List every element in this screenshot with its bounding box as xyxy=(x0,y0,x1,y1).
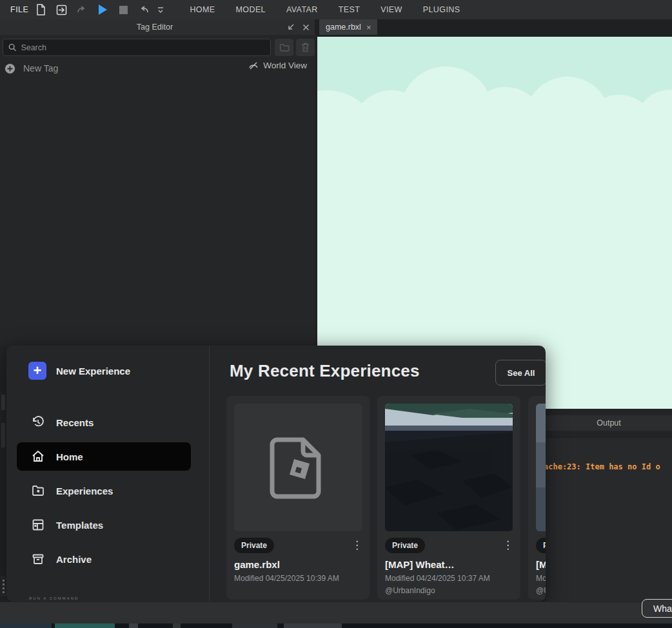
map-thumbnail-art xyxy=(385,404,513,531)
sidebar-item-label: Recents xyxy=(56,417,94,428)
world-view-label: World View xyxy=(263,61,307,70)
new-tag-label: New Tag xyxy=(23,63,58,74)
card-menu-icon[interactable]: ⋮ xyxy=(351,542,362,548)
sidebar-item-archive[interactable]: Archive xyxy=(17,545,191,573)
card-thumbnail xyxy=(234,404,362,531)
modal-main: My Recent Experiences See All Private ⋮ … xyxy=(210,346,546,602)
home-icon xyxy=(31,449,45,464)
start-page-modal: + New Experience Recents Home Experience… xyxy=(6,346,546,602)
privacy-badge: Private xyxy=(234,538,274,553)
new-file-icon[interactable] xyxy=(32,3,49,17)
card-creator: @UrbanIndigo xyxy=(385,586,513,595)
world-view-toggle[interactable]: World View xyxy=(248,61,307,70)
modal-sidebar: + New Experience Recents Home Experience… xyxy=(6,346,210,602)
tag-editor-title: Tag Editor xyxy=(0,23,284,32)
tab-close-icon[interactable]: × xyxy=(366,23,371,32)
card-thumbnail xyxy=(536,404,546,531)
sidebar-item-label: Archive xyxy=(56,554,92,565)
close-panel-icon[interactable] xyxy=(299,21,312,33)
trash-icon xyxy=(301,43,310,52)
see-all-button[interactable]: See All xyxy=(495,360,546,386)
card-modified: Modified 04/24/2025 10:37 AM xyxy=(385,574,513,583)
experience-card-partial[interactable]: Pr [M Mo @U xyxy=(528,396,546,600)
plus-circle-icon xyxy=(5,63,15,74)
archive-box-icon xyxy=(31,552,45,566)
card-thumbnail xyxy=(385,404,513,531)
tag-editor-header: Tag Editor xyxy=(0,19,315,35)
folder-icon xyxy=(279,43,290,52)
search-icon xyxy=(8,43,16,52)
templates-icon xyxy=(31,518,45,532)
tab-model[interactable]: MODEL xyxy=(236,5,266,14)
output-panel: Output ache:23: Item has no Id o xyxy=(546,409,672,602)
file-menu[interactable]: FILE xyxy=(10,5,28,14)
sidebar-item-home[interactable]: Home xyxy=(17,442,191,471)
left-edge-strip xyxy=(0,346,6,602)
history-icon xyxy=(31,415,45,429)
menu-bar: FILE HOME MODEL AVATAR TEST VIEW PLUGINS xyxy=(0,0,672,19)
experiences-folder-icon xyxy=(31,484,45,498)
stop-icon[interactable] xyxy=(115,3,132,17)
output-panel-title[interactable]: Output xyxy=(546,415,672,431)
undo-icon[interactable] xyxy=(135,3,152,17)
tab-avatar[interactable]: AVATAR xyxy=(286,5,318,14)
redo-icon[interactable] xyxy=(74,3,90,17)
roblox-file-icon xyxy=(268,436,328,499)
card-title: [M xyxy=(536,559,546,570)
plus-square-icon: + xyxy=(28,362,46,380)
tab-plugins[interactable]: PLUGINS xyxy=(423,5,460,14)
sidebar-item-label: Home xyxy=(56,451,83,462)
sidebar-item-label: Experiences xyxy=(56,486,113,496)
undock-icon[interactable] xyxy=(284,21,297,33)
open-file-icon[interactable] xyxy=(53,3,70,17)
new-experience-button[interactable]: + New Experience xyxy=(28,362,130,380)
tab-game-rbxl[interactable]: game.rbxl × xyxy=(319,19,377,35)
privacy-badge: Private xyxy=(385,538,425,553)
recent-experiences-title: My Recent Experiences xyxy=(230,361,420,381)
output-log-area[interactable]: ache:23: Item has no Id o xyxy=(546,437,672,602)
partial-thumbnail-art xyxy=(536,404,546,531)
card-modified: Modified 04/25/2025 10:39 AM xyxy=(234,574,362,583)
whats-new-button[interactable]: What xyxy=(642,599,672,618)
sidebar-item-label: Templates xyxy=(56,520,103,531)
drag-handle[interactable] xyxy=(1,576,6,596)
new-experience-label: New Experience xyxy=(56,366,130,377)
document-tab-bar: game.rbxl × xyxy=(315,19,672,35)
tag-group-button[interactable] xyxy=(275,39,293,56)
sidebar-item-experiences[interactable]: Experiences xyxy=(17,476,191,505)
card-title: game.rbxl xyxy=(234,559,362,570)
tab-test[interactable]: TEST xyxy=(339,5,361,14)
eye-slash-icon xyxy=(248,61,259,70)
toolbar-overflow-icon[interactable] xyxy=(152,3,169,17)
experience-card-list: Private ⋮ game.rbxl Modified 04/25/2025 … xyxy=(226,396,546,600)
play-icon[interactable] xyxy=(94,3,111,17)
command-bar-hint: RUN A COMMAND xyxy=(29,596,79,600)
tab-view[interactable]: VIEW xyxy=(380,5,402,14)
privacy-badge: Pr xyxy=(536,538,546,553)
experience-card-map-wheat[interactable]: Private ⋮ [MAP] Wheat… Modified 04/24/20… xyxy=(377,396,520,600)
experience-card-game-rbxl[interactable]: Private ⋮ game.rbxl Modified 04/25/2025 … xyxy=(226,396,370,600)
output-log-line: ache:23: Item has no Id o xyxy=(546,462,660,471)
card-menu-icon[interactable]: ⋮ xyxy=(502,542,513,548)
tag-search-box[interactable] xyxy=(3,39,271,56)
status-bar xyxy=(0,602,672,623)
tag-delete-button[interactable] xyxy=(296,39,315,56)
card-creator: @U xyxy=(536,586,546,595)
card-title: [MAP] Wheat… xyxy=(385,559,513,570)
search-input[interactable] xyxy=(21,43,265,52)
sidebar-item-templates[interactable]: Templates xyxy=(17,511,191,539)
sidebar-item-recents[interactable]: Recents xyxy=(17,408,191,437)
tab-label: game.rbxl xyxy=(326,23,361,32)
taskbar[interactable] xyxy=(0,623,672,628)
card-modified: Mo xyxy=(536,574,546,583)
tab-home[interactable]: HOME xyxy=(190,5,215,14)
